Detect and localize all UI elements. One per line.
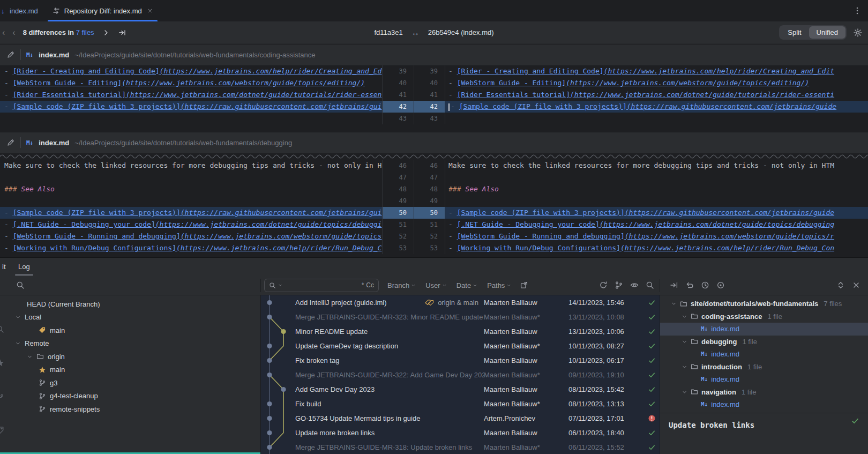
filter-paths[interactable]: Paths xyxy=(487,281,511,289)
commit-row[interactable]: Merge JETBRAINS-GUIDE-MR-323: Minor READ… xyxy=(261,310,660,324)
markdown-link-url[interactable]: (https://www.jetbrains.com/dotnet/guide/… xyxy=(155,220,382,228)
chevron-down-icon[interactable] xyxy=(671,301,677,307)
chevron-down-icon[interactable] xyxy=(27,354,33,360)
branch-item-g4-test-cleanup[interactable]: g4-test-cleanup xyxy=(0,390,260,403)
branch-item-remote[interactable]: Remote xyxy=(0,337,260,351)
markdown-link[interactable]: [.NET Guide - Debugging your code] xyxy=(13,220,155,228)
markdown-link-url[interactable]: (https://www.jetbrains.com/webstorm/guid… xyxy=(625,232,834,240)
branch-item-main[interactable]: main xyxy=(0,363,260,377)
build-check-icon[interactable] xyxy=(648,356,656,364)
open-in-editor-icon[interactable] xyxy=(520,281,528,289)
clipped-branch-icon[interactable] xyxy=(0,392,4,401)
diff-line[interactable]: - [.NET Guide - Debugging your code](htt… xyxy=(0,219,868,230)
markdown-link-url[interactable]: (https://www.jetbrains.com/webstorm/guid… xyxy=(181,232,382,240)
markdown-link-url[interactable]: (https://raw.githubusercontent.com/jetbr… xyxy=(181,209,382,217)
diff-line[interactable]: - [WebStorm Guide - Editing](https://www… xyxy=(0,77,868,89)
markdown-link[interactable]: [.NET Guide - Debugging your code] xyxy=(457,220,600,228)
build-check-icon[interactable] xyxy=(648,328,656,336)
markdown-link-url[interactable]: (https://www.jetbrains.com/help/rider/Cr… xyxy=(160,67,382,75)
diff-line[interactable]: 4949 xyxy=(0,195,868,207)
filter-date[interactable]: Date xyxy=(457,281,477,289)
branch-item-local[interactable]: Local xyxy=(0,311,260,324)
build-check-icon[interactable] xyxy=(648,313,656,321)
tree-file-index-md[interactable]: M↓ index.md xyxy=(660,348,868,361)
diff-line[interactable]: - [WebStorm Guide - Running and debuggin… xyxy=(0,230,868,242)
build-check-icon[interactable] xyxy=(648,385,656,393)
commit-row[interactable]: Fix broken tag Maarten Balliauw 10/11/20… xyxy=(261,353,660,368)
build-check-icon[interactable] xyxy=(648,400,656,408)
tree-dir-introduction[interactable]: introduction1 file xyxy=(660,361,868,374)
filter-branch[interactable]: Branch xyxy=(387,281,416,289)
markdown-link-url[interactable]: (https://raw.githubusercontent.com/jetbr… xyxy=(181,102,382,110)
build-error-icon[interactable] xyxy=(648,414,656,422)
tree-dir-debugging[interactable]: debugging1 file xyxy=(660,336,868,348)
markdown-link[interactable]: [Rider Essentials tutorial] xyxy=(457,91,570,99)
match-case-icon[interactable]: Cc xyxy=(366,281,374,289)
commit-row[interactable]: Fix build Maarten Balliauw* 08/11/2023, … xyxy=(261,397,660,411)
commit-row[interactable]: Update GameDev tag description Maarten B… xyxy=(261,339,660,353)
edit-pencil-icon[interactable] xyxy=(6,138,15,147)
last-difference-icon[interactable] xyxy=(118,28,126,37)
markdown-link[interactable]: [Sample code (ZIP file with 3 projects)] xyxy=(459,102,627,110)
find-icon[interactable] xyxy=(646,281,654,289)
branch-item-remote-snippets[interactable]: remote-snippets xyxy=(0,403,260,416)
rollback-icon[interactable] xyxy=(685,281,694,289)
branch-item-main[interactable]: main xyxy=(0,324,260,337)
markdown-link[interactable]: [WebStorm Guide - Running and debugging] xyxy=(13,232,181,240)
commit-row[interactable]: Minor README update Maarten Balliauw 13/… xyxy=(261,324,660,339)
branch-item-head-current-branch-[interactable]: HEAD (Current Branch) xyxy=(0,297,260,311)
expand-collapse-icon[interactable] xyxy=(836,281,845,289)
commit-row[interactable]: GO-15734 Update Mermaid tips in guide Ar… xyxy=(261,411,660,426)
markdown-link[interactable]: [WebStorm Guide - Editing] xyxy=(13,79,122,87)
markdown-link[interactable]: [WebStorm Guide - Running and debugging] xyxy=(457,232,625,240)
diff-line[interactable]: - [Rider Essentials tutorial](https://ww… xyxy=(0,89,868,101)
settings-gear-icon[interactable] xyxy=(853,28,863,38)
diff-line[interactable]: ### See Also 4848 ### See Also xyxy=(0,183,868,195)
view-options-icon[interactable] xyxy=(630,281,639,289)
commit-row[interactable]: Update more broken links Maarten Balliau… xyxy=(261,426,660,440)
tree-dir-site-dotnet-tutorials-web-fundamentals[interactable]: site/dotnet/tutorials/web-fundamentals7 … xyxy=(660,297,868,310)
diff-line[interactable]: 4747 xyxy=(0,172,868,183)
clipped-star-icon[interactable] xyxy=(0,359,4,367)
commit-row[interactable]: Add Game Dev Day 2023 Maarten Balliauw 0… xyxy=(261,382,660,397)
build-check-icon[interactable] xyxy=(648,443,656,451)
tab-commit-clipped[interactable]: it xyxy=(0,258,12,276)
markdown-link-url[interactable]: (https://www.jetbrains.com/webstorm/guid… xyxy=(566,79,809,87)
diff-line[interactable]: Make sure to check the linked resources … xyxy=(0,160,868,172)
markdown-link[interactable]: [Working with Run/Debug Configurations] xyxy=(457,244,620,252)
files-link[interactable]: 7 files xyxy=(76,28,94,36)
markdown-link-url[interactable]: (https://www.jetbrains.com/help/rider/Cr… xyxy=(604,67,834,75)
diff-line[interactable]: - [Rider - Creating and Editing Code](ht… xyxy=(0,65,868,77)
diff-line[interactable]: - [Sample code (ZIP file with 3 projects… xyxy=(0,207,868,219)
edit-pencil-icon[interactable] xyxy=(6,50,15,59)
tab-index-md[interactable]: ↓ index.md xyxy=(0,0,45,21)
preview-diff-icon[interactable] xyxy=(716,281,725,289)
markdown-link[interactable]: [Rider Essentials tutorial] xyxy=(13,91,126,99)
branch-item-origin[interactable]: origin xyxy=(0,350,260,363)
commit-row[interactable]: Add IntelliJ project (guide.iml)origin &… xyxy=(261,295,660,310)
tree-dir-navigation[interactable]: navigation1 file xyxy=(660,386,868,399)
tree-file-index-md[interactable]: M↓ index.md xyxy=(660,323,868,336)
markdown-link[interactable]: [Sample code (ZIP file with 3 projects)] xyxy=(13,102,181,110)
clipped-search-icon[interactable] xyxy=(0,325,4,333)
filter-user[interactable]: User xyxy=(425,281,446,289)
chevron-down-icon[interactable] xyxy=(15,314,21,320)
refresh-icon[interactable] xyxy=(599,281,608,289)
split-button[interactable]: Split xyxy=(780,26,809,39)
hide-panel-icon[interactable] xyxy=(852,281,860,289)
chevron-down-icon[interactable] xyxy=(682,339,687,345)
branch-search-icon[interactable] xyxy=(16,281,25,289)
chevron-down-icon[interactable] xyxy=(682,364,687,370)
markdown-link-url[interactable]: (https://www.jetbrains.com/webstorm/guid… xyxy=(122,79,365,87)
markdown-link-url[interactable]: (https://www.jetbrains.com/dotnet/guide/… xyxy=(600,220,834,228)
markdown-link-url[interactable]: (https://www.jetbrains.com/help/rider/Ru… xyxy=(620,244,834,252)
diff-line[interactable]: 4343 xyxy=(0,113,868,124)
previous-difference-icon[interactable]: ‹ xyxy=(12,28,15,38)
jump-to-source-icon[interactable] xyxy=(670,281,678,289)
diff-line[interactable]: - [Sample code (ZIP file with 3 projects… xyxy=(0,101,868,113)
branch-item-g3[interactable]: g3 xyxy=(0,376,260,390)
markdown-link[interactable]: [Working with Run/Debug Configurations] xyxy=(13,244,176,252)
markdown-link-url[interactable]: (https://www.jetbrains.com/dotnet/guide/… xyxy=(570,91,834,99)
history-icon[interactable] xyxy=(701,281,709,289)
regex-star-icon[interactable]: * xyxy=(362,281,364,289)
